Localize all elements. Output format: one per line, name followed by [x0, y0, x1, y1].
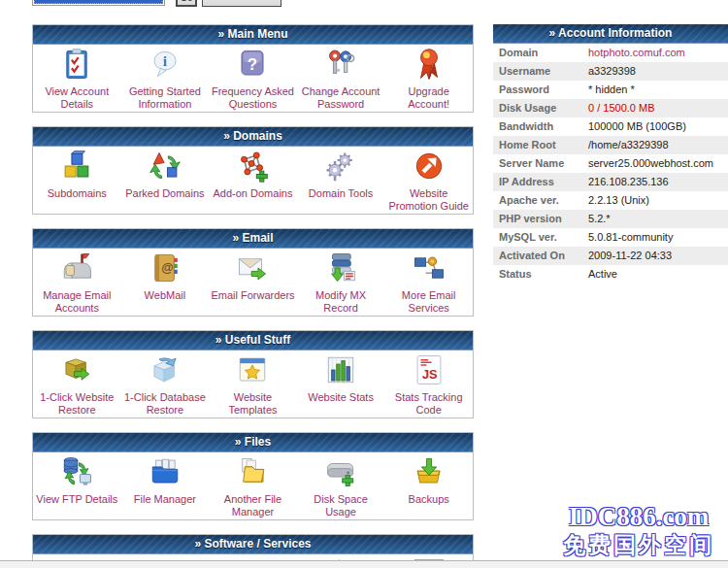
menu-item[interactable]: Another File Manager — [209, 455, 297, 518]
account-info-row: Home Root /home/a3329398 — [493, 136, 728, 154]
menu-item[interactable]: Manage Email Accounts — [33, 251, 121, 315]
section-header: » Useful Stuff — [33, 331, 473, 351]
section-body: View Account Details i Getting Started I… — [33, 45, 473, 112]
menu-item[interactable]: More Email Services — [384, 251, 473, 315]
js-code-icon[interactable]: JS — [413, 353, 446, 386]
cube-restore-icon[interactable] — [149, 353, 182, 386]
account-info-value: a3329398 — [588, 62, 728, 81]
section: » Useful Stuff 1-Click Website Restore 1… — [32, 330, 474, 418]
account-info-row: Status Active — [493, 265, 728, 284]
menu-item[interactable]: Website Templates — [209, 353, 297, 417]
account-info-value: /home/a3329398 — [588, 136, 728, 154]
nodes-icon[interactable] — [413, 251, 446, 284]
gears-icon[interactable] — [324, 150, 357, 183]
svg-text:@: @ — [161, 260, 173, 275]
harddrive-plus-icon[interactable] — [324, 455, 357, 488]
menu-item[interactable]: i Getting Started Information — [121, 48, 210, 111]
account-info-rows: Domain hotphoto.comuf.com Username a3329… — [493, 44, 728, 284]
menu-item[interactable]: ? Frequency Asked Questions — [209, 48, 297, 111]
account-info-value: 216.108.235.136 — [588, 173, 728, 191]
account-info-value: * hidden * — [588, 81, 728, 99]
account-info-value: 2009-11-22 04:33 — [588, 247, 728, 265]
recycle-arrows-icon[interactable] — [149, 150, 182, 183]
watermark-site: IDC886.com — [551, 502, 726, 531]
menu-item[interactable]: Disk Space Usage — [297, 455, 385, 518]
account-info-row: PHP version 5.2.* — [493, 210, 728, 228]
account-info-label: MySQL ver. — [493, 228, 588, 247]
menu-item[interactable]: Domain Tools — [297, 150, 385, 200]
go-button[interactable]: Go — [176, 0, 197, 7]
account-info-label: Disk Usage — [493, 99, 588, 117]
ftp-transfer-icon[interactable] — [60, 455, 93, 488]
menu-item[interactable]: View FTP Details — [33, 455, 121, 506]
account-info-label: Apache ver. — [493, 191, 588, 210]
section-body: Manage Email Accounts @ WebMail Email Fo… — [33, 249, 473, 316]
ribbon-award-icon[interactable] — [413, 48, 446, 81]
menu-item[interactable]: File Manager — [121, 455, 210, 506]
account-info-label: Bandwidth — [493, 117, 588, 136]
server-arrow-icon[interactable] — [324, 251, 357, 284]
account-info-panel: » Account Information Domain hotphoto.co… — [493, 24, 728, 284]
crate-download-icon[interactable] — [413, 455, 446, 488]
section: » Files View FTP Details File Manager An… — [32, 432, 474, 520]
envelope-arrow-icon[interactable] — [236, 251, 269, 284]
account-info-value: server25.000webhost.com — [588, 154, 728, 173]
account-info-row: Username a3329398 — [493, 62, 728, 81]
account-info-value: Active — [588, 265, 728, 284]
section-body: View FTP Details File Manager Another Fi… — [33, 452, 473, 519]
svg-text:JS: JS — [422, 367, 438, 382]
menu-item[interactable]: Website Promotion Guide — [384, 150, 473, 213]
menu-item[interactable]: Subdomains — [33, 150, 121, 200]
folder-yellow-icon[interactable] — [236, 455, 269, 488]
section-body: 1-Click Website Restore 1-Click Database… — [33, 351, 473, 418]
domain-switch-input[interactable] — [32, 0, 165, 6]
account-info-row: Domain hotphoto.comuf.com — [493, 44, 728, 62]
network-cube-plus-icon[interactable] — [236, 150, 269, 183]
menu-item[interactable]: Parked Domains — [121, 150, 210, 200]
menu-item[interactable]: Email Forwarders — [209, 251, 297, 302]
clipboard-check-icon[interactable] — [60, 48, 93, 81]
menu-item[interactable]: Website Stats — [297, 353, 385, 404]
account-info-value[interactable]: hotphoto.comuf.com — [588, 44, 728, 62]
account-info-row: Bandwidth 100000 MB (100GB) — [493, 117, 728, 136]
account-info-value: 5.2.* — [588, 210, 728, 228]
folder-blue-icon[interactable] — [149, 455, 182, 488]
menu-item[interactable]: 1-Click Website Restore — [33, 353, 121, 417]
account-info-row: Disk Usage 0 / 1500.0 MB — [493, 99, 728, 117]
menu-item[interactable]: View Account Details — [33, 48, 121, 111]
info-bubble-icon[interactable]: i — [149, 48, 182, 81]
account-info-label: Domain — [493, 44, 588, 62]
menu-item[interactable]: Change Account Password — [297, 48, 385, 111]
menu-item[interactable]: Upgrade Account! — [384, 48, 473, 111]
address-book-icon[interactable]: @ — [149, 251, 182, 284]
menu-item[interactable]: Modify MX Record — [297, 251, 385, 315]
section: » Email Manage Email Accounts @ WebMail … — [32, 228, 474, 317]
section-header: » Domains — [33, 127, 473, 147]
account-info-row: Server Name server25.000webhost.com — [493, 154, 728, 173]
bottom-edge-strip — [0, 560, 728, 568]
menu-item[interactable]: @ WebMail — [121, 251, 210, 302]
bar-chart-icon[interactable] — [324, 353, 357, 386]
account-info-row: MySQL ver. 5.0.81-community — [493, 228, 728, 247]
menu-item[interactable]: 1-Click Database Restore — [121, 353, 210, 417]
box-restore-icon[interactable] — [60, 353, 93, 386]
svg-text:i: i — [163, 54, 167, 69]
account-info-label: Home Root — [493, 136, 588, 154]
account-info-value: 5.0.81-community — [588, 228, 728, 247]
section-header: » Email — [33, 229, 473, 249]
menu-item[interactable]: JS Stats Tracking Code — [384, 353, 473, 417]
question-square-icon[interactable]: ? — [236, 48, 269, 81]
create-new-button[interactable]: Create New — [202, 0, 281, 7]
menu-item[interactable]: Add-on Domains — [209, 150, 297, 200]
menu-item[interactable]: Backups — [384, 455, 473, 506]
section-header: » Files — [33, 433, 473, 452]
window-star-icon[interactable] — [236, 353, 269, 386]
account-info-value: 2.2.13 (Unix) — [588, 191, 728, 210]
cubes-icon[interactable] — [60, 150, 93, 183]
mailbox-icon[interactable] — [60, 251, 93, 284]
keys-icon[interactable] — [324, 48, 357, 81]
account-info-value: 100000 MB (100GB) — [588, 117, 728, 136]
promote-arrow-icon[interactable] — [413, 150, 446, 183]
account-info-label: PHP version — [493, 210, 588, 228]
section: » Main Menu View Account Details i Getti… — [32, 24, 474, 113]
